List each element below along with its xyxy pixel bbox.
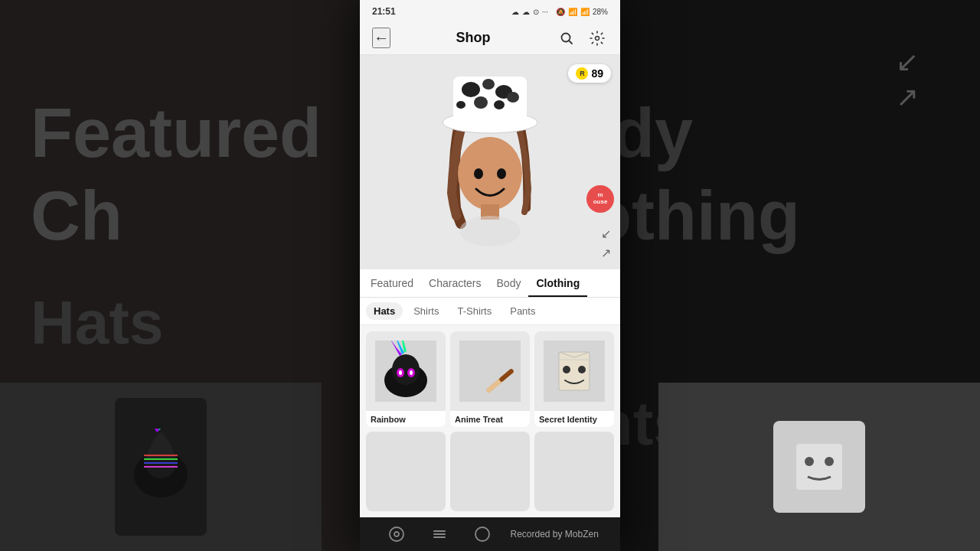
signal-icon: 📶 <box>568 8 577 16</box>
svg-point-11 <box>596 36 599 40</box>
expand-icon: ↗ <box>601 246 611 260</box>
cloud-icon-1: ☁ <box>511 8 519 16</box>
mute-icon: 🔕 <box>556 8 565 16</box>
category-tabs: Featured Characters Body Clothing <box>360 269 620 298</box>
time-display: 21:51 <box>372 6 396 17</box>
nav-actions <box>556 28 608 49</box>
bg-arrows: ↙ ↗ <box>896 46 919 113</box>
more-icon: ··· <box>542 8 548 16</box>
recorded-by-label: Recorded by MobZen <box>510 529 598 540</box>
subtab-shirts[interactable]: Shirts <box>406 302 446 320</box>
svg-point-21 <box>458 137 522 210</box>
svg-point-28 <box>392 354 420 385</box>
user-badge: mouse <box>586 185 614 213</box>
character-svg <box>413 63 567 262</box>
robux-badge: R 89 <box>568 64 611 83</box>
svg-point-18 <box>494 100 505 109</box>
tab-characters[interactable]: Characters <box>421 269 488 297</box>
item-placeholder-4[interactable] <box>366 432 446 511</box>
subtab-pants[interactable]: Pants <box>502 302 543 320</box>
user-badge-text: mouse <box>593 192 608 206</box>
tab-body[interactable]: Body <box>489 269 529 297</box>
item-placeholder-5[interactable] <box>450 432 530 511</box>
expand-arrow: ↗ <box>896 81 919 113</box>
recents-button[interactable] <box>424 519 455 549</box>
item-image-rainbow <box>366 331 446 411</box>
battery-level: 28% <box>593 8 608 16</box>
cloud-icon-2: ☁ <box>522 8 530 16</box>
item-image-6 <box>534 432 614 511</box>
tab-featured[interactable]: Featured <box>363 269 421 297</box>
svg-point-40 <box>563 366 570 373</box>
wifi-icon: 📶 <box>580 8 590 16</box>
svg-point-20 <box>456 101 466 109</box>
svg-point-25 <box>459 216 521 246</box>
svg-point-8 <box>825 457 834 466</box>
robux-amount: 89 <box>591 67 603 80</box>
svg-point-42 <box>390 527 403 541</box>
bg-bottom-left <box>0 383 322 551</box>
svg-point-17 <box>474 96 488 109</box>
subtab-hats[interactable]: Hats <box>366 302 403 320</box>
shop-title: Shop <box>456 30 491 46</box>
svg-point-7 <box>805 457 814 466</box>
items-grid: Rainbow Growing... R 24 An <box>360 325 620 517</box>
item-image-secret <box>534 331 614 411</box>
character-preview: R 89 mouse ↙ ↗ <box>360 55 620 269</box>
status-icons: ☁ ☁ ⊙ ··· 🔕 📶 📶 28% <box>511 8 608 16</box>
settings-button[interactable] <box>586 28 608 49</box>
item-rainbow-growing[interactable]: Rainbow Growing... R 24 <box>366 331 446 427</box>
svg-point-31 <box>399 370 402 375</box>
svg-point-41 <box>578 366 586 373</box>
svg-rect-6 <box>796 444 842 490</box>
tab-clothing[interactable]: Clothing <box>528 269 587 297</box>
back-system-button[interactable] <box>467 519 498 549</box>
svg-point-43 <box>394 532 399 536</box>
item-name-rainbow: Rainbow Growing... <box>371 414 441 427</box>
item-secret-identity[interactable]: Secret Identity R 80 <box>534 331 614 427</box>
back-button[interactable]: ← <box>372 28 390 48</box>
svg-point-32 <box>410 370 413 375</box>
bottom-system-bar: Recorded by MobZen <box>360 517 620 551</box>
phone-frame: 21:51 ☁ ☁ ⊙ ··· 🔕 📶 📶 28% ← Shop <box>360 0 620 551</box>
svg-point-15 <box>482 79 495 90</box>
item-name-anime: Anime Treat <box>455 414 525 427</box>
bg-bottom-right <box>658 383 980 551</box>
item-placeholder-6[interactable] <box>534 432 614 511</box>
svg-point-14 <box>462 82 480 97</box>
svg-point-19 <box>507 92 519 103</box>
subtab-tshirts[interactable]: T-Shirts <box>449 302 499 320</box>
svg-point-22 <box>474 168 483 179</box>
preview-expand-arrows[interactable]: ↙ ↗ <box>601 227 611 260</box>
item-image-anime <box>450 331 530 411</box>
search-button[interactable] <box>556 28 577 49</box>
item-image-5 <box>450 432 530 511</box>
item-info-rainbow: Rainbow Growing... R 24 <box>366 411 446 427</box>
top-navigation: ← Shop <box>360 21 620 55</box>
item-anime-treat[interactable]: Anime Treat R 30 <box>450 331 530 427</box>
status-bar: 21:51 ☁ ☁ ⊙ ··· 🔕 📶 📶 28% <box>360 0 620 21</box>
sub-category-tabs: Hats Shirts T-Shirts Pants <box>360 298 620 325</box>
svg-point-23 <box>497 168 506 179</box>
robux-icon: R <box>576 67 588 80</box>
collapse-arrow: ↙ <box>896 46 919 78</box>
item-info-secret: Secret Identity R 80 <box>534 411 614 427</box>
collapse-icon: ↙ <box>601 227 611 241</box>
item-info-anime: Anime Treat R 30 <box>450 411 530 427</box>
item-name-secret: Secret Identity <box>539 414 609 427</box>
svg-line-10 <box>569 41 572 44</box>
home-button[interactable] <box>381 519 412 549</box>
item-image-4 <box>366 432 446 511</box>
location-icon: ⊙ <box>533 8 539 16</box>
svg-point-47 <box>475 527 489 541</box>
